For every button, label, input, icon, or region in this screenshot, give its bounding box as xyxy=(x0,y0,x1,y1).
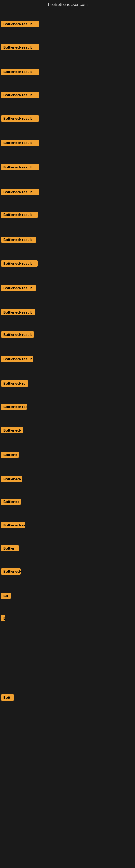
bottleneck-item: Bottleneck resu xyxy=(1,402,27,412)
bottleneck-item: Bottleneck result xyxy=(1,114,39,124)
bottleneck-item: Bo xyxy=(1,591,10,601)
bottleneck-badge: Bottleneck result xyxy=(1,309,35,315)
bottleneck-badge: Bottleneck result xyxy=(1,237,36,243)
bottleneck-item: Bottleneck xyxy=(1,426,23,436)
bottleneck-badge: Bottleneck result xyxy=(1,92,39,98)
bottleneck-item: Bottleneck result xyxy=(1,19,39,30)
bottleneck-badge: Bottleneck result xyxy=(1,189,39,195)
bottleneck-item: Bottleneck re xyxy=(1,379,28,389)
bottleneck-item: Bottlen xyxy=(1,544,18,554)
bottleneck-item: Bottleneck result xyxy=(1,42,39,53)
bottleneck-item: Bottleneck result xyxy=(1,354,33,365)
bottleneck-item: Bottleneck result xyxy=(1,235,36,246)
bottleneck-item: B xyxy=(1,614,5,624)
bottleneck-badge: Bottleneck resu xyxy=(1,404,27,410)
bottleneck-badge: Bottleneck re xyxy=(1,380,28,386)
site-title: TheBottlenecker.com xyxy=(0,0,135,9)
bottleneck-badge: Bottleneck result xyxy=(1,285,36,291)
bottleneck-badge: Bottlenec xyxy=(1,499,20,505)
bottleneck-item: Bottleneck re xyxy=(1,521,26,531)
bottleneck-item: Bottleneck result xyxy=(1,308,35,318)
bottleneck-badge: Bottleneck xyxy=(1,568,20,575)
bottleneck-item: Bottleneck result xyxy=(1,210,38,220)
bottleneck-item: Bottleneck r xyxy=(1,474,22,485)
bottleneck-badge: Bott xyxy=(1,694,14,701)
bottleneck-badge: Bottleneck result xyxy=(1,332,34,338)
bottleneck-badge: Bottlen xyxy=(1,545,18,552)
bottleneck-badge: Bottleneck xyxy=(1,427,23,433)
bottleneck-item: Bottleneck result xyxy=(1,162,39,173)
bottleneck-item: Bottleneck result xyxy=(1,90,39,101)
bottleneck-badge: Bottleneck result xyxy=(1,140,39,146)
bottleneck-item: Bottleneck result xyxy=(1,67,39,78)
bottleneck-item: Bottleneck xyxy=(1,567,20,577)
bottleneck-badge: Bottleneck result xyxy=(1,212,38,218)
bottleneck-item: Bottleneck result xyxy=(1,138,39,149)
bottleneck-badge: Bo xyxy=(1,593,10,599)
bottleneck-badge: Bottleneck result xyxy=(1,115,39,122)
bottleneck-badge: Bottleneck result xyxy=(1,164,39,170)
bottleneck-badge: Bottleneck result xyxy=(1,356,33,362)
bottleneck-item: Bottleneck result xyxy=(1,187,39,198)
bottleneck-badge: Bottleneck re xyxy=(1,522,26,528)
bottleneck-badge: Bottleneck result xyxy=(1,21,39,27)
bottleneck-badge: Bottleneck r xyxy=(1,476,22,482)
bottleneck-item: Bottleneck result xyxy=(1,330,34,340)
bottleneck-badge: Bottleneck result xyxy=(1,44,39,51)
bottleneck-item: Bottleneck result xyxy=(1,283,36,294)
bottleneck-item: Bottleneck result xyxy=(1,259,38,269)
bottleneck-item: Bott xyxy=(1,693,14,703)
bottleneck-badge: Bottlene xyxy=(1,452,18,458)
bottleneck-badge: Bottleneck result xyxy=(1,69,39,75)
items-container: Bottleneck resultBottleneck resultBottle… xyxy=(0,9,135,866)
bottleneck-item: Bottlene xyxy=(1,450,18,461)
bottleneck-badge: B xyxy=(1,615,5,621)
bottleneck-item: Bottlenec xyxy=(1,497,20,507)
bottleneck-badge: Bottleneck result xyxy=(1,260,38,267)
